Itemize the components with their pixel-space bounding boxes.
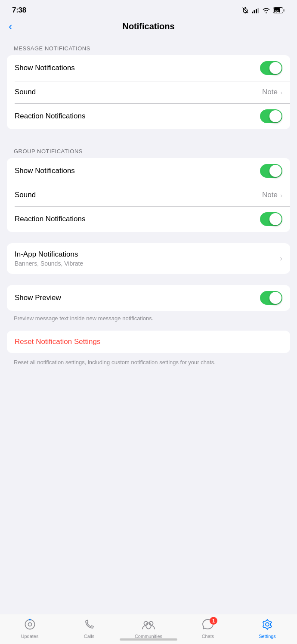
svg-rect-0 xyxy=(252,12,253,13)
grp-show-notifications-label: Show Notifications xyxy=(15,167,75,175)
battery-icon: 61 xyxy=(273,7,285,13)
message-notifications-card: Show Notifications Sound Note › Reaction… xyxy=(7,55,290,129)
inapp-title: In-App Notifications xyxy=(15,250,83,259)
nav-bar: ‹ Notifications xyxy=(0,17,297,37)
tab-calls[interactable]: Calls xyxy=(74,619,104,642)
inapp-notifications-card[interactable]: In-App Notifications Banners, Sounds, Vi… xyxy=(7,243,290,274)
mute-icon xyxy=(242,7,249,14)
status-time: 7:38 xyxy=(12,6,26,15)
toggle-thumb xyxy=(269,213,282,225)
reset-card[interactable]: Reset Notification Settings xyxy=(7,331,290,353)
group-notifications-card: Show Notifications Sound Note › Reaction… xyxy=(7,158,290,232)
msg-sound-label: Sound xyxy=(15,88,36,96)
tab-chats[interactable]: 1 Chats xyxy=(193,619,223,642)
chats-badge: 1 xyxy=(210,617,217,625)
msg-sound-row[interactable]: Sound Note › xyxy=(7,81,290,103)
tab-updates-icon-wrap xyxy=(24,619,36,632)
show-preview-row[interactable]: Show Preview xyxy=(7,285,290,311)
grp-show-notifications-toggle[interactable] xyxy=(260,164,282,178)
show-preview-description: Preview message text inside new message … xyxy=(7,311,290,331)
tab-communities-icon-wrap xyxy=(142,619,155,632)
reset-label: Reset Notification Settings xyxy=(15,337,100,346)
msg-reaction-row[interactable]: Reaction Notifications xyxy=(7,103,290,129)
tab-chats-label: Chats xyxy=(202,634,214,639)
svg-rect-5 xyxy=(283,9,285,12)
toggle-thumb xyxy=(269,165,282,177)
content-area: MESSAGE NOTIFICATIONS Show Notifications… xyxy=(0,37,297,417)
svg-rect-2 xyxy=(256,9,257,13)
msg-sound-text: Note xyxy=(262,88,278,96)
grp-sound-row[interactable]: Sound Note › xyxy=(7,184,290,206)
chevron-right-icon: › xyxy=(280,192,282,199)
grp-reaction-toggle[interactable] xyxy=(260,212,282,226)
msg-show-notifications-toggle[interactable] xyxy=(260,61,282,75)
grp-show-notifications-row[interactable]: Show Notifications xyxy=(7,158,290,184)
svg-point-9 xyxy=(28,623,31,626)
grp-reaction-row[interactable]: Reaction Notifications xyxy=(7,206,290,232)
msg-reaction-label: Reaction Notifications xyxy=(15,112,85,121)
inapp-subtitle: Banners, Sounds, Vibrate xyxy=(15,260,83,267)
toggle-thumb xyxy=(269,292,282,304)
svg-rect-1 xyxy=(254,10,255,13)
inapp-chevron-icon: › xyxy=(280,254,282,263)
reset-row[interactable]: Reset Notification Settings xyxy=(7,331,290,353)
grp-reaction-label: Reaction Notifications xyxy=(15,215,85,223)
tab-updates-label: Updates xyxy=(21,634,39,639)
reset-description: Reset all notification settings, includi… xyxy=(7,355,290,375)
tab-settings-icon-wrap xyxy=(261,619,273,632)
svg-point-13 xyxy=(266,623,269,626)
tab-updates[interactable]: Updates xyxy=(15,619,45,642)
grp-sound-text: Note xyxy=(262,191,278,199)
svg-rect-3 xyxy=(258,8,259,13)
communities-icon xyxy=(142,619,155,630)
settings-icon xyxy=(261,619,273,630)
grp-sound-label: Sound xyxy=(15,191,36,199)
chevron-right-icon: › xyxy=(280,89,282,96)
show-preview-card: Show Preview xyxy=(7,285,290,311)
svg-point-8 xyxy=(25,620,34,629)
updates-icon xyxy=(24,619,36,630)
msg-sound-value: Note › xyxy=(262,88,282,96)
tab-settings[interactable]: Settings xyxy=(252,619,282,642)
calls-icon xyxy=(84,619,95,630)
tab-calls-icon-wrap xyxy=(84,619,95,632)
svg-point-10 xyxy=(29,619,31,621)
tab-chats-icon-wrap: 1 xyxy=(202,619,214,632)
inapp-text: In-App Notifications Banners, Sounds, Vi… xyxy=(15,250,83,267)
message-notifications-header: MESSAGE NOTIFICATIONS xyxy=(7,37,290,55)
back-button[interactable]: ‹ xyxy=(9,20,12,33)
svg-text:61: 61 xyxy=(275,9,279,13)
status-bar: 7:38 61 xyxy=(0,0,297,17)
status-icons: 61 xyxy=(242,7,285,14)
toggle-thumb xyxy=(269,110,282,122)
grp-sound-value: Note › xyxy=(262,191,282,199)
show-preview-label: Show Preview xyxy=(15,294,61,302)
inapp-notifications-row[interactable]: In-App Notifications Banners, Sounds, Vi… xyxy=(7,243,290,274)
tab-settings-label: Settings xyxy=(259,634,276,639)
tab-calls-label: Calls xyxy=(84,634,94,639)
msg-show-notifications-label: Show Notifications xyxy=(15,64,75,72)
show-preview-toggle[interactable] xyxy=(260,291,282,305)
msg-reaction-toggle[interactable] xyxy=(260,109,282,123)
toggle-thumb xyxy=(269,62,282,74)
home-indicator xyxy=(120,638,177,641)
wifi-icon xyxy=(263,8,270,13)
signal-icon xyxy=(252,8,260,13)
msg-show-notifications-row[interactable]: Show Notifications xyxy=(7,55,290,81)
page-title: Notifications xyxy=(122,22,174,31)
group-notifications-header: GROUP NOTIFICATIONS xyxy=(7,140,290,158)
